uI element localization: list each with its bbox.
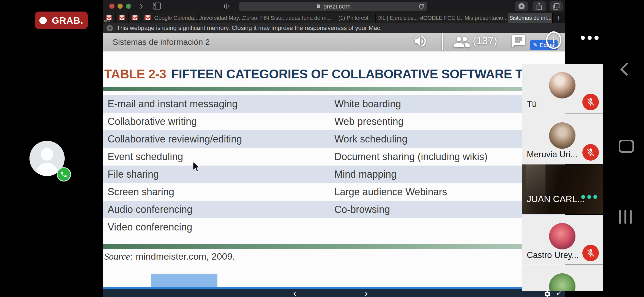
participants-count[interactable]: (137) bbox=[473, 35, 497, 47]
share-icon bbox=[535, 2, 543, 10]
sidebar-icon[interactable] bbox=[153, 2, 161, 11]
pinned-tab-gmail[interactable] bbox=[129, 13, 141, 23]
mouse-cursor bbox=[193, 161, 201, 174]
speaker-icon[interactable] bbox=[413, 34, 428, 50]
participant-tile[interactable]: Tú bbox=[522, 64, 603, 114]
next-slide-button[interactable]: › bbox=[365, 289, 368, 297]
table-row: Audio conferencingCo-browsing bbox=[103, 201, 565, 218]
participant-tile[interactable]: Castro Urey... bbox=[522, 215, 603, 265]
forward-icon[interactable]: › bbox=[140, 0, 143, 11]
previous-slide-button[interactable]: ‹ bbox=[293, 289, 296, 297]
collapse-arrow-icon[interactable] bbox=[556, 291, 562, 297]
browser-tab[interactable]: ideas feria de m... bbox=[287, 13, 331, 23]
minimize-window-icon[interactable] bbox=[118, 4, 123, 9]
participant-tile[interactable] bbox=[522, 265, 603, 291]
table-label: TABLE 2-3 bbox=[104, 67, 166, 81]
gmail-icon bbox=[132, 15, 138, 20]
table-title: FIFTEEN CATEGORIES OF COLLABORATIVE SOFT… bbox=[171, 67, 558, 81]
table-cell-left: Event scheduling bbox=[103, 151, 334, 163]
progress-bar[interactable] bbox=[103, 287, 565, 289]
participant-name: Meruvia Uri... bbox=[527, 150, 577, 160]
tabs-overview-icon bbox=[552, 2, 560, 10]
table-row: E-mail and instant messagingWhite boardi… bbox=[103, 95, 565, 113]
participant-name: Castro Urey... bbox=[527, 250, 579, 260]
gmail-icon bbox=[119, 15, 125, 20]
info-icon[interactable]: i bbox=[546, 31, 561, 49]
participant-tile[interactable]: Meruvia Uri... bbox=[522, 114, 603, 164]
prezi-player-bar: ‹ › bbox=[103, 289, 565, 297]
pencil-icon: ✎ bbox=[533, 42, 538, 48]
participant-name: Tú bbox=[527, 99, 537, 109]
tab-groups-icon[interactable] bbox=[223, 3, 230, 11]
mic-muted-icon bbox=[582, 144, 599, 161]
lock-icon bbox=[316, 3, 321, 10]
table-cell-left: Audio conferencing bbox=[103, 204, 334, 215]
close-warning-icon[interactable]: ✕ bbox=[107, 25, 113, 31]
table-cell-left: Screen sharing bbox=[103, 186, 334, 198]
pinned-tab-gmail[interactable] bbox=[116, 13, 129, 23]
browser-tab[interactable]: Sistemas de inf... bbox=[508, 13, 553, 23]
progress-segment[interactable] bbox=[151, 274, 217, 287]
browser-tab[interactable]: Mis presentacio... bbox=[464, 13, 508, 23]
browser-tab[interactable]: Universidad May... bbox=[199, 13, 243, 23]
participant-avatar bbox=[549, 72, 575, 98]
participant-name: JUAN CARL... bbox=[527, 194, 585, 204]
android-back-icon[interactable] bbox=[620, 62, 634, 76]
table-cell-left: File sharing bbox=[103, 169, 334, 180]
tabs-overview-button[interactable] bbox=[550, 1, 563, 11]
pinned-tab-gmail[interactable] bbox=[141, 13, 154, 23]
green-divider-top bbox=[103, 87, 565, 91]
gmail-icon bbox=[144, 15, 151, 20]
green-divider-bottom bbox=[103, 244, 565, 249]
browser-tab[interactable]: MOODLE FCE U... bbox=[420, 13, 464, 23]
memory-warning-text: This webpage is using significant memory… bbox=[117, 24, 382, 32]
avatar-silhouette-head bbox=[41, 148, 53, 161]
speaking-indicator-dots bbox=[581, 195, 597, 199]
reload-icon[interactable] bbox=[418, 3, 424, 11]
participants-panel: TúMeruvia Uri...JUAN CARL...Castro Urey.… bbox=[522, 64, 603, 291]
source-label: Source: bbox=[104, 251, 133, 262]
record-button-label: GRAB. bbox=[52, 15, 83, 26]
chat-icon[interactable] bbox=[511, 34, 526, 50]
table-row: Collaborative writingWeb presenting bbox=[103, 113, 565, 130]
more-options-button[interactable] bbox=[581, 36, 599, 40]
pinned-tab-gmail[interactable]: 100+ bbox=[103, 13, 116, 23]
whatsapp-phone-icon bbox=[57, 167, 71, 182]
player-settings-gear-icon[interactable] bbox=[544, 290, 551, 297]
table-cell-left: Collaborative reviewing/editing bbox=[103, 133, 334, 145]
browser-toolbar: ‹ › prezi.com bbox=[103, 0, 565, 13]
address-bar[interactable]: prezi.com bbox=[239, 2, 427, 11]
record-button[interactable]: GRAB. bbox=[35, 12, 88, 29]
browser-tab[interactable]: (1) Pinterest bbox=[331, 13, 376, 23]
address-url: prezi.com bbox=[323, 3, 351, 10]
share-button[interactable] bbox=[533, 1, 546, 11]
presentation-title: Sistemas de información 2 bbox=[113, 33, 210, 51]
back-icon[interactable]: ‹ bbox=[127, 0, 130, 11]
browser-tab[interactable]: IXL | Ejercicios... bbox=[376, 13, 420, 23]
table-row: Video conferencing bbox=[103, 218, 565, 236]
browser-tab[interactable]: Curso: FIN Siste... bbox=[243, 13, 287, 23]
new-tab-button[interactable]: + bbox=[553, 13, 565, 23]
downloads-icon bbox=[517, 2, 526, 10]
phone-screen: { "screen_overlay": { "record_button_lab… bbox=[0, 0, 644, 297]
mic-muted-icon bbox=[582, 245, 599, 261]
table-row: Screen sharingLarge audience Webinars bbox=[103, 183, 565, 201]
toolbar-divider bbox=[442, 33, 443, 50]
table-cell-left: Video conferencing bbox=[103, 221, 334, 233]
participant-avatar bbox=[549, 223, 575, 249]
memory-warning-bar: ✕ This webpage is using significant memo… bbox=[103, 23, 565, 33]
table-row: Event schedulingDocument sharing (includ… bbox=[103, 148, 565, 166]
table-cell-left: E-mail and instant messaging bbox=[103, 98, 334, 110]
downloads-button[interactable] bbox=[515, 1, 528, 11]
participants-icon[interactable] bbox=[453, 33, 471, 52]
slide-table-heading: TABLE 2-3FIFTEEN CATEGORIES OF COLLABORA… bbox=[104, 67, 558, 81]
slide-table: E-mail and instant messagingWhite boardi… bbox=[103, 95, 565, 236]
table-cell-left: Collaborative writing bbox=[103, 116, 334, 127]
participant-tile[interactable]: JUAN CARL... bbox=[522, 164, 603, 214]
browser-tab[interactable]: Google Calenda... bbox=[154, 13, 199, 23]
participant-avatar bbox=[549, 122, 575, 149]
participant-avatar bbox=[549, 273, 575, 291]
android-recents-icon[interactable] bbox=[619, 210, 632, 224]
android-home-icon[interactable] bbox=[619, 140, 634, 153]
close-window-icon[interactable] bbox=[109, 4, 114, 9]
